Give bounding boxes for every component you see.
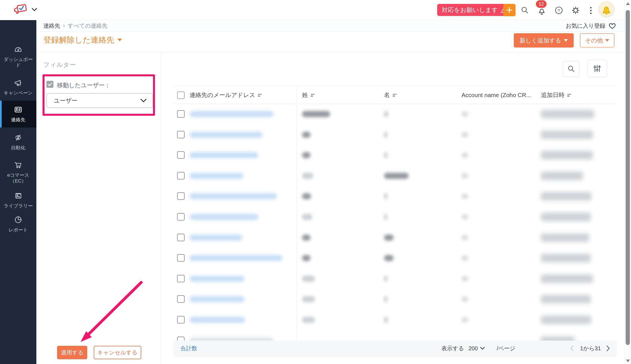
last-name-blurred bbox=[302, 276, 315, 282]
more-button[interactable]: その他 bbox=[580, 33, 614, 48]
column-filter-icon[interactable] bbox=[393, 94, 397, 96]
scrollbar-thumb[interactable] bbox=[626, 10, 630, 345]
breadcrumb-level2[interactable]: すべての連絡先 bbox=[68, 22, 107, 30]
plus-icon bbox=[506, 7, 513, 13]
email-link-blurred[interactable] bbox=[190, 132, 262, 138]
moved-users-checkbox[interactable] bbox=[46, 81, 53, 88]
sidebar-item-library[interactable]: ライブラリー bbox=[0, 189, 36, 211]
email-link-blurred[interactable] bbox=[190, 276, 244, 282]
chevron-right-icon bbox=[606, 345, 610, 351]
column-header[interactable]: 追加日時 bbox=[541, 86, 571, 104]
scroll-down-arrow[interactable] bbox=[626, 360, 630, 362]
user-dropdown[interactable]: ユーザー bbox=[46, 93, 153, 108]
app-window: 対応をお願いします 12 ? bbox=[0, 0, 631, 364]
dropdown-chevron-down-icon bbox=[140, 98, 147, 103]
row-checkbox[interactable] bbox=[177, 131, 185, 138]
sidebar-item-ecommerce[interactable]: eコマース（EC） bbox=[0, 157, 36, 188]
action-required-label: 対応をお願いします bbox=[442, 6, 498, 14]
help-icon[interactable]: ? bbox=[555, 6, 563, 15]
account-name-blurred bbox=[462, 132, 468, 138]
more-options-kebab-icon[interactable] bbox=[588, 6, 593, 15]
column-label: 連絡先のメールアドレス bbox=[190, 91, 255, 99]
previous-page-button[interactable] bbox=[570, 345, 574, 351]
total-count-link[interactable]: 合計数 bbox=[180, 345, 197, 352]
vertical-scrollbar[interactable] bbox=[624, 0, 631, 364]
table-search-button[interactable] bbox=[563, 61, 580, 77]
first-name-blurred bbox=[384, 152, 387, 158]
sidebar-item-dashboard[interactable]: ダッシュボード bbox=[0, 42, 36, 70]
row-checkbox[interactable] bbox=[177, 234, 185, 241]
quick-create-button[interactable] bbox=[503, 4, 515, 16]
column-header[interactable]: 名 bbox=[384, 86, 397, 104]
column-settings-button[interactable] bbox=[587, 60, 607, 77]
breadcrumb-level1[interactable]: 連絡先 bbox=[43, 22, 60, 30]
email-link-blurred[interactable] bbox=[190, 173, 243, 179]
column-header[interactable]: 姓 bbox=[302, 86, 315, 104]
next-page-button[interactable] bbox=[606, 345, 610, 351]
select-all-checkbox[interactable] bbox=[177, 91, 185, 99]
account-name-blurred bbox=[462, 276, 468, 282]
last-name-blurred bbox=[302, 296, 315, 302]
last-name-blurred bbox=[302, 193, 311, 199]
apply-button[interactable]: 適用する bbox=[57, 346, 87, 359]
table-row bbox=[173, 207, 617, 227]
email-link-blurred[interactable] bbox=[190, 193, 277, 199]
email-link-blurred[interactable] bbox=[190, 255, 282, 261]
row-checkbox[interactable] bbox=[177, 192, 185, 200]
content-divider bbox=[36, 52, 624, 52]
annotation-arrow bbox=[73, 275, 148, 348]
column-header[interactable]: 連絡先のメールアドレス bbox=[190, 86, 262, 104]
column-header[interactable]: Account name (Zoho CR... bbox=[462, 86, 531, 104]
row-checkbox[interactable] bbox=[177, 295, 185, 303]
page-size-dropdown[interactable]: 200 bbox=[468, 345, 485, 352]
panel-divider bbox=[161, 52, 161, 364]
org-switcher-chevron-down-icon[interactable] bbox=[31, 7, 37, 12]
zoho-campaigns-logo-icon[interactable] bbox=[13, 3, 29, 17]
sidebar-item-automation[interactable]: 自動化 bbox=[0, 131, 36, 153]
ecommerce-icon bbox=[14, 161, 22, 170]
cancel-button[interactable]: キャンセルする bbox=[94, 346, 141, 359]
table-row bbox=[173, 124, 617, 145]
email-link-blurred[interactable] bbox=[190, 337, 274, 341]
sidebar-item-campaigns[interactable]: キャンペーン bbox=[0, 75, 36, 99]
global-search-icon[interactable] bbox=[521, 6, 529, 14]
column-filter-icon[interactable] bbox=[311, 94, 315, 96]
account-name-blurred bbox=[462, 193, 468, 199]
row-checkbox[interactable] bbox=[177, 254, 185, 262]
notifications-bell-icon[interactable] bbox=[538, 7, 546, 15]
add-new-button[interactable]: 新しく追加する bbox=[514, 33, 574, 48]
added-date-blurred bbox=[541, 151, 593, 159]
row-checkbox[interactable] bbox=[177, 172, 185, 179]
settings-gear-icon[interactable] bbox=[571, 6, 580, 15]
breadcrumb-separator: › bbox=[63, 22, 65, 29]
action-required-button[interactable]: 対応をお願いします bbox=[437, 4, 512, 16]
last-name-blurred bbox=[302, 173, 313, 179]
dashboard-icon bbox=[14, 45, 22, 55]
email-link-blurred[interactable] bbox=[190, 111, 274, 117]
row-checkbox[interactable] bbox=[177, 213, 185, 221]
row-checkbox[interactable] bbox=[177, 275, 185, 282]
table-row bbox=[173, 248, 617, 268]
email-link-blurred[interactable] bbox=[190, 152, 258, 158]
email-link-blurred[interactable] bbox=[190, 214, 258, 220]
page-title[interactable]: 登録解除した連絡先 bbox=[43, 35, 122, 45]
row-checkbox[interactable] bbox=[177, 337, 185, 341]
user-avatar[interactable] bbox=[598, 1, 614, 18]
add-favorite-button[interactable]: お気に入り登録 bbox=[566, 22, 616, 30]
sidebar-item-contacts[interactable]: 連絡先 bbox=[0, 101, 36, 127]
column-filter-icon[interactable] bbox=[567, 94, 571, 96]
scroll-up-arrow[interactable] bbox=[626, 2, 630, 5]
added-date-blurred bbox=[541, 254, 591, 262]
last-name-blurred bbox=[302, 214, 312, 220]
email-link-blurred[interactable] bbox=[190, 296, 244, 302]
email-link-blurred[interactable] bbox=[190, 235, 242, 241]
row-checkbox[interactable] bbox=[177, 151, 185, 159]
email-link-blurred[interactable] bbox=[190, 317, 245, 323]
row-checkbox[interactable] bbox=[177, 316, 185, 323]
sidebar-item-label: ライブラリー bbox=[4, 203, 33, 209]
sidebar-item-reports[interactable]: レポート bbox=[0, 213, 36, 235]
column-label: 姓 bbox=[302, 91, 308, 99]
column-filter-icon[interactable] bbox=[258, 94, 262, 96]
account-name-blurred bbox=[462, 214, 468, 220]
row-checkbox[interactable] bbox=[177, 110, 185, 118]
